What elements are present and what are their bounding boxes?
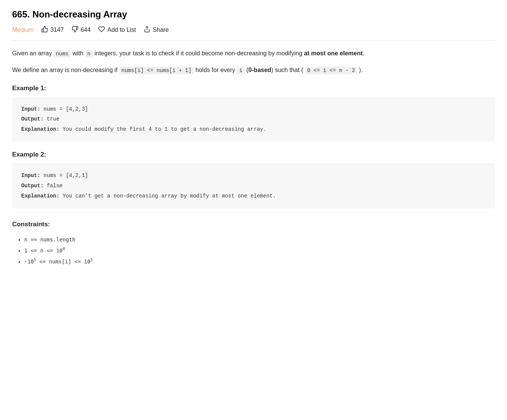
likes-count: 3147 bbox=[50, 27, 64, 33]
dislikes-button[interactable]: 644 bbox=[72, 26, 91, 34]
share-icon bbox=[144, 26, 150, 34]
output-value-1: true bbox=[47, 116, 59, 122]
constraint-2-sup: 4 bbox=[63, 247, 65, 251]
thumbs-up-icon bbox=[41, 26, 48, 34]
problem-description: Given an array nums with n integers, you… bbox=[12, 48, 495, 75]
constraint-2-text: 1 <= n <= 104 bbox=[24, 248, 65, 254]
bold-at-most: at most one element bbox=[304, 50, 363, 56]
example-1-block: Input: nums = [4,2,3] Output: true Expla… bbox=[12, 97, 495, 142]
explanation-label-1: Explanation: bbox=[21, 126, 59, 132]
share-label: Share bbox=[153, 27, 169, 33]
constraints-title: Constraints: bbox=[12, 221, 495, 228]
thumbs-down-icon bbox=[72, 26, 78, 34]
example-1-input: Input: nums = [4,2,3] bbox=[21, 104, 486, 114]
meta-row: Medium 3147 644 Add to List bbox=[12, 26, 495, 41]
explanation-value-2: You can't get a non-decreasing array by … bbox=[63, 193, 276, 199]
example-1-title: Example 1: bbox=[12, 85, 495, 92]
input-value-2: nums = [4,2,1] bbox=[44, 172, 88, 179]
code-range: 0 <= i <= n - 2 bbox=[305, 67, 357, 74]
output-value-2: false bbox=[47, 183, 63, 189]
code-n: n bbox=[85, 50, 92, 58]
constraint-1-text: n == nums.length bbox=[24, 237, 75, 243]
problem-title: 665. Non-decreasing Array bbox=[12, 9, 495, 20]
input-label-1: Input: bbox=[21, 106, 40, 112]
example-2-input: Input: nums = [4,2,1] bbox=[21, 171, 486, 181]
example-1-output: Output: true bbox=[21, 114, 486, 124]
example-1: Example 1: Input: nums = [4,2,3] Output:… bbox=[12, 85, 495, 142]
output-label-1: Output: bbox=[21, 116, 44, 122]
input-label-2: Input: bbox=[21, 172, 40, 179]
explanation-label-2: Explanation: bbox=[21, 193, 59, 199]
constraints-section: Constraints: n == nums.length 1 <= n <= … bbox=[12, 221, 495, 267]
explanation-value-1: You could modify the first 4 to 1 to get… bbox=[63, 126, 266, 132]
likes-button[interactable]: 3147 bbox=[41, 26, 64, 34]
example-2-explanation: Explanation: You can't get a non-decreas… bbox=[21, 191, 486, 201]
output-label-2: Output: bbox=[21, 183, 44, 189]
constraint-item-1: n == nums.length bbox=[24, 234, 495, 245]
constraint-3-sup2: 5 bbox=[91, 258, 93, 262]
constraint-item-3: -105 <= nums[i] <= 105 bbox=[24, 256, 495, 267]
example-2-title: Example 2: bbox=[12, 151, 495, 158]
heart-icon bbox=[98, 26, 105, 34]
code-condition: nums[i] <= nums[i + 1] bbox=[119, 67, 194, 74]
example-2: Example 2: Input: nums = [4,2,1] Output:… bbox=[12, 151, 495, 208]
constraint-item-2: 1 <= n <= 104 bbox=[24, 245, 495, 256]
share-button[interactable]: Share bbox=[144, 26, 169, 34]
bold-0based: 0-based bbox=[248, 67, 271, 73]
example-2-block: Input: nums = [4,2,1] Output: false Expl… bbox=[12, 163, 495, 208]
code-i: i bbox=[237, 67, 244, 74]
constraints-list: n == nums.length 1 <= n <= 104 -105 <= n… bbox=[12, 234, 495, 267]
constraint-3-sup1: 5 bbox=[34, 258, 36, 262]
input-value-1: nums = [4,2,3] bbox=[44, 106, 88, 112]
code-nums: nums bbox=[53, 50, 71, 58]
add-to-list-button[interactable]: Add to List bbox=[98, 26, 136, 34]
example-1-explanation: Explanation: You could modify the first … bbox=[21, 124, 486, 135]
difficulty-badge[interactable]: Medium bbox=[12, 27, 34, 33]
dislikes-count: 644 bbox=[81, 27, 91, 33]
add-to-list-label: Add to List bbox=[107, 27, 136, 33]
example-2-output: Output: false bbox=[21, 181, 486, 191]
description-paragraph-2: We define an array is non-decreasing if … bbox=[12, 65, 495, 75]
constraint-3-text: -105 <= nums[i] <= 105 bbox=[24, 259, 93, 265]
description-paragraph-1: Given an array nums with n integers, you… bbox=[12, 48, 495, 59]
